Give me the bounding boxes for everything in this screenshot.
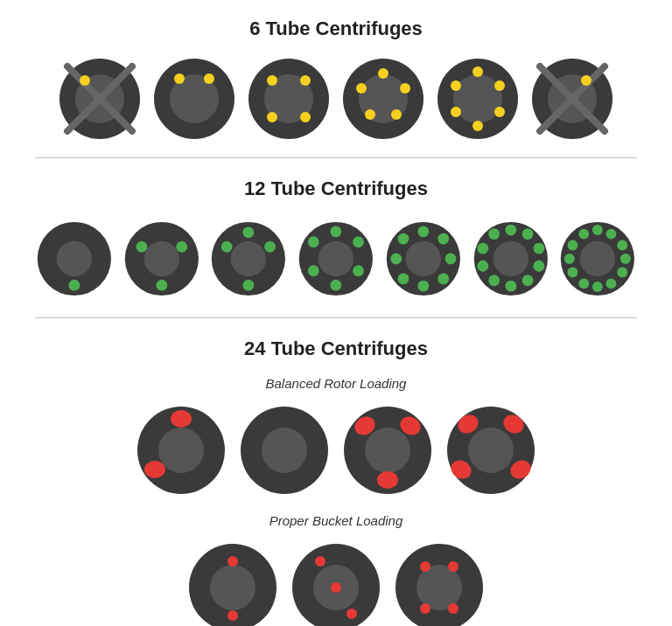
svg-point-78 [488,228,500,240]
svg-point-62 [438,273,449,284]
centrifuge-12-3 [209,216,288,302]
svg-point-77 [477,243,488,254]
centrifuge-24-b1 [134,403,228,497]
svg-point-41 [176,241,187,253]
svg-point-83 [618,240,628,250]
svg-point-18 [400,83,410,94]
section-12tube: 12 Tube Centrifuges [35,177,637,302]
svg-point-46 [243,226,255,238]
svg-point-12 [300,75,311,86]
svg-point-113 [228,610,238,621]
svg-point-25 [494,80,505,91]
divider-2 [35,317,637,318]
svg-point-65 [390,254,402,265]
svg-point-98 [262,428,307,473]
svg-point-34 [581,75,592,86]
svg-point-36 [57,241,92,276]
centrifuge-12-1 [35,216,114,302]
centrifuge-24-b4 [444,403,538,497]
svg-point-86 [606,278,617,289]
centrifuge-12-6 [472,216,550,302]
svg-point-91 [568,240,578,250]
svg-point-118 [346,609,357,619]
svg-point-87 [592,282,603,292]
centrifuge-6-1 [57,56,143,142]
svg-point-74 [505,281,516,292]
svg-point-120 [416,565,462,610]
row-6tube [35,56,637,142]
divider-1 [35,157,637,158]
svg-point-40 [136,241,147,253]
svg-point-54 [331,280,342,291]
svg-point-124 [448,603,458,614]
svg-point-95 [171,410,192,428]
row-24tube-balanced [35,403,637,497]
svg-point-73 [522,275,533,286]
svg-point-105 [468,428,514,473]
svg-point-123 [420,603,430,614]
section-6tube: 6 Tube Centrifuges [35,17,637,142]
svg-point-44 [231,241,266,276]
centrifuge-6-4 [340,56,426,142]
centrifuge-6-6 [529,56,615,142]
title-6tube: 6 Tube Centrifuges [35,17,637,40]
svg-point-13 [267,112,277,122]
svg-point-116 [315,556,326,567]
svg-point-82 [606,229,617,240]
svg-point-50 [318,241,354,276]
svg-point-27 [472,121,483,131]
centrifuge-24-p3 [392,540,486,626]
svg-point-103 [377,471,398,489]
svg-point-52 [353,236,364,247]
svg-point-56 [308,236,319,247]
svg-point-71 [533,243,544,254]
centrifuge-24-b2 [237,403,332,497]
svg-point-48 [243,280,255,291]
label-proper: Proper Bucket Loading [35,513,637,528]
svg-point-70 [522,228,533,240]
title-24tube: 24 Tube Centrifuges [35,337,637,360]
svg-point-90 [564,254,575,264]
svg-point-64 [397,273,409,284]
row-24tube-proper [35,540,637,626]
centrifuge-24-b3 [340,403,435,497]
row-12tube [35,216,637,302]
svg-point-61 [444,254,456,265]
svg-point-45 [221,241,233,253]
svg-point-51 [331,226,342,237]
svg-point-63 [417,281,429,292]
centrifuge-24-p2 [289,540,383,626]
centrifuge-24-p1 [186,540,280,626]
svg-point-23 [453,74,502,123]
svg-point-84 [620,254,631,264]
centrifuge-12-2 [122,216,201,302]
svg-point-92 [579,229,590,240]
svg-point-7 [174,73,185,84]
svg-point-8 [204,73,214,84]
centrifuge-12-4 [297,216,375,302]
svg-point-24 [472,66,483,77]
svg-point-85 [618,268,628,278]
svg-point-80 [580,241,615,276]
centrifuge-6-5 [435,56,521,142]
svg-point-19 [391,109,402,120]
svg-point-14 [300,112,311,122]
svg-point-53 [353,265,364,276]
svg-point-89 [568,268,578,278]
svg-point-60 [438,233,449,245]
svg-point-75 [488,275,500,286]
centrifuge-12-5 [384,216,463,302]
svg-point-17 [378,68,388,79]
svg-point-20 [365,109,375,120]
svg-point-112 [228,556,238,567]
svg-point-69 [505,225,516,236]
svg-point-100 [365,428,410,473]
svg-point-37 [68,280,80,291]
svg-point-96 [144,461,165,478]
svg-point-76 [477,261,488,272]
svg-point-42 [156,280,167,291]
svg-point-94 [158,428,204,473]
svg-point-117 [331,582,341,593]
svg-point-4 [80,75,90,86]
svg-point-122 [448,561,458,572]
